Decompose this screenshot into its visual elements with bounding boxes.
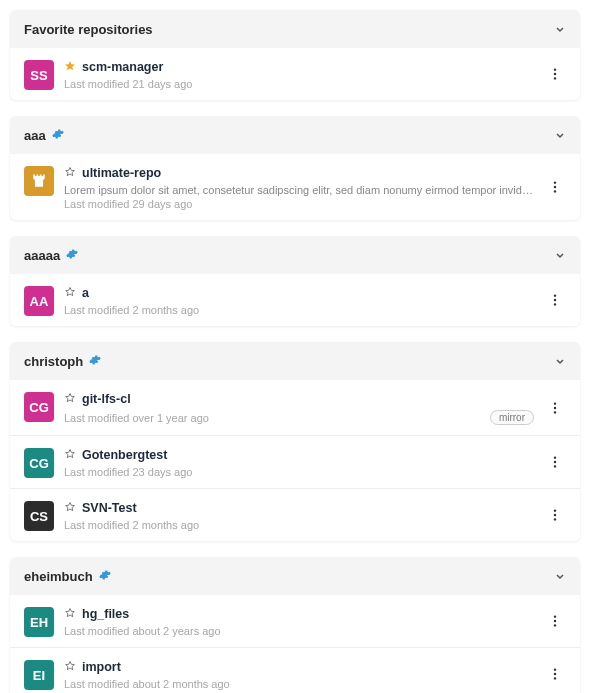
- repo-modified: Last modified 21 days ago: [64, 78, 192, 90]
- repo-main: ultimate-repoLorem ipsum dolor sit amet,…: [64, 164, 534, 210]
- group-title: Favorite repositories: [24, 22, 153, 37]
- kebab-icon: [548, 180, 562, 194]
- repo-actions-button[interactable]: [544, 176, 566, 198]
- group-title-wrap: aaa: [24, 126, 64, 144]
- repo-name[interactable]: ultimate-repo: [82, 166, 161, 180]
- avatar-text: AA: [30, 294, 49, 309]
- repo-list: AAaLast modified 2 months ago: [10, 274, 580, 326]
- gear-icon[interactable]: [66, 246, 78, 264]
- chevron-down-icon[interactable]: [554, 352, 566, 370]
- avatar-text: CG: [29, 456, 49, 471]
- repo-actions-button[interactable]: [544, 610, 566, 632]
- avatar: CG: [24, 392, 54, 422]
- repo-actions-button[interactable]: [544, 289, 566, 311]
- avatar-text: CS: [30, 509, 48, 524]
- repo-modified: Last modified 2 months ago: [64, 304, 199, 316]
- repo-actions-button[interactable]: [544, 63, 566, 85]
- repo-name[interactable]: SVN-Test: [82, 501, 137, 515]
- star-outline-icon[interactable]: [64, 284, 76, 302]
- repo-row[interactable]: CGGotenbergtestLast modified 23 days ago: [10, 435, 580, 488]
- repo-list: ultimate-repoLorem ipsum dolor sit amet,…: [10, 154, 580, 220]
- kebab-icon: [548, 455, 562, 469]
- chevron-down-icon[interactable]: [554, 126, 566, 144]
- kebab-icon: [548, 508, 562, 522]
- group-title-wrap: christoph: [24, 352, 101, 370]
- mirror-badge: mirror: [490, 410, 534, 425]
- group-title: aaa: [24, 128, 46, 143]
- chevron-down-icon[interactable]: [554, 567, 566, 585]
- group-header[interactable]: eheimbuch: [10, 557, 580, 595]
- repo-name-row: hg_files: [64, 605, 534, 623]
- star-outline-icon[interactable]: [64, 658, 76, 676]
- group-header[interactable]: aaaaa: [10, 236, 580, 274]
- star-outline-icon[interactable]: [64, 499, 76, 517]
- repo-name[interactable]: import: [82, 660, 121, 674]
- repo-meta: Last modified about 2 months ago: [64, 678, 534, 690]
- repo-name[interactable]: a: [82, 286, 89, 300]
- chevron-down-icon[interactable]: [554, 246, 566, 264]
- group-favorites: Favorite repositoriesSSscm-managerLast m…: [10, 10, 580, 100]
- avatar: CS: [24, 501, 54, 531]
- group-title: eheimbuch: [24, 569, 93, 584]
- repo-actions-button[interactable]: [544, 397, 566, 419]
- repo-actions-button[interactable]: [544, 451, 566, 473]
- group-eheimbuch: eheimbuchEHhg_filesLast modified about 2…: [10, 557, 580, 693]
- repo-row[interactable]: ultimate-repoLorem ipsum dolor sit amet,…: [10, 154, 580, 220]
- repo-name-row: SVN-Test: [64, 499, 534, 517]
- castle-icon: [30, 172, 48, 190]
- repo-row[interactable]: AAaLast modified 2 months ago: [10, 274, 580, 326]
- avatar: SS: [24, 60, 54, 90]
- group-header[interactable]: Favorite repositories: [10, 10, 580, 48]
- repo-main: SVN-TestLast modified 2 months ago: [64, 499, 534, 531]
- star-filled-icon[interactable]: [64, 58, 76, 76]
- group-title-wrap: eheimbuch: [24, 567, 111, 585]
- repo-modified: Last modified over 1 year ago: [64, 412, 209, 424]
- repo-modified: Last modified about 2 years ago: [64, 625, 221, 637]
- gear-icon[interactable]: [99, 567, 111, 585]
- repo-row[interactable]: CSSVN-TestLast modified 2 months ago: [10, 488, 580, 541]
- repo-row[interactable]: CGgit-lfs-clLast modified over 1 year ag…: [10, 380, 580, 435]
- group-title: christoph: [24, 354, 83, 369]
- repo-name-row: scm-manager: [64, 58, 534, 76]
- star-outline-icon[interactable]: [64, 446, 76, 464]
- repo-row[interactable]: EHhg_filesLast modified about 2 years ag…: [10, 595, 580, 647]
- star-outline-icon[interactable]: [64, 164, 76, 182]
- avatar: EH: [24, 607, 54, 637]
- group-title-wrap: Favorite repositories: [24, 22, 153, 37]
- repo-name[interactable]: Gotenbergtest: [82, 448, 167, 462]
- group-title-wrap: aaaaa: [24, 246, 78, 264]
- group-header[interactable]: aaa: [10, 116, 580, 154]
- star-outline-icon[interactable]: [64, 605, 76, 623]
- group-header[interactable]: christoph: [10, 342, 580, 380]
- repo-modified: Last modified about 2 months ago: [64, 678, 230, 690]
- gear-icon[interactable]: [89, 352, 101, 370]
- avatar-text: EH: [30, 615, 48, 630]
- repo-main: hg_filesLast modified about 2 years ago: [64, 605, 534, 637]
- repo-name[interactable]: scm-manager: [82, 60, 163, 74]
- repo-name[interactable]: hg_files: [82, 607, 129, 621]
- avatar-text: EI: [33, 668, 45, 683]
- repo-meta: Last modified about 2 years ago: [64, 625, 534, 637]
- repo-meta: Last modified over 1 year agomirror: [64, 410, 534, 425]
- repo-meta: Last modified 23 days ago: [64, 466, 534, 478]
- repo-row[interactable]: SSscm-managerLast modified 21 days ago: [10, 48, 580, 100]
- repo-list: SSscm-managerLast modified 21 days ago: [10, 48, 580, 100]
- repo-list: EHhg_filesLast modified about 2 years ag…: [10, 595, 580, 693]
- repo-name[interactable]: git-lfs-cl: [82, 392, 131, 406]
- group-aaaaa: aaaaaAAaLast modified 2 months ago: [10, 236, 580, 326]
- repo-actions-button[interactable]: [544, 504, 566, 526]
- repo-meta: Last modified 29 days ago: [64, 198, 534, 210]
- star-outline-icon[interactable]: [64, 390, 76, 408]
- repo-description: Lorem ipsum dolor sit amet, consetetur s…: [64, 184, 534, 196]
- gear-icon[interactable]: [52, 126, 64, 144]
- chevron-down-icon[interactable]: [554, 20, 566, 38]
- repo-list: CGgit-lfs-clLast modified over 1 year ag…: [10, 380, 580, 541]
- repo-main: aLast modified 2 months ago: [64, 284, 534, 316]
- repo-main: git-lfs-clLast modified over 1 year agom…: [64, 390, 534, 425]
- avatar-text: CG: [29, 400, 49, 415]
- avatar: AA: [24, 286, 54, 316]
- repo-actions-button[interactable]: [544, 663, 566, 685]
- avatar-text: SS: [30, 68, 47, 83]
- repo-modified: Last modified 29 days ago: [64, 198, 192, 210]
- repo-row[interactable]: EIimportLast modified about 2 months ago: [10, 647, 580, 693]
